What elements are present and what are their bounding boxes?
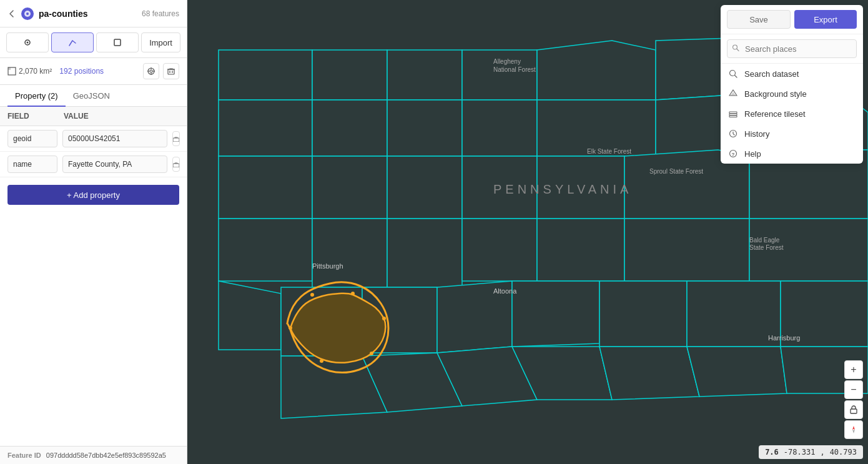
allegheny-forest-label2: National Forest (493, 66, 536, 73)
county-mercer[interactable] (462, 50, 537, 100)
point-tool-button[interactable] (6, 32, 49, 52)
allegheny-forest-label: Allegheny (493, 58, 521, 65)
svg-line-23 (735, 76, 737, 78)
delete-icon-button[interactable] (163, 63, 179, 79)
map-area[interactable]: PENNSYLVANIA Pittsburgh Altoona Harrisbu… (187, 0, 868, 464)
county-westmoreland[interactable] (312, 219, 387, 287)
edit-point-3[interactable] (351, 292, 355, 295)
state-label: PENNSYLVANIA (493, 182, 632, 196)
dataset-title: pa-counties (39, 9, 137, 19)
value-input-geoid[interactable] (62, 130, 167, 147)
search-places-wrapper (727, 39, 857, 58)
coord-separator: , (820, 448, 824, 457)
svg-rect-26 (729, 112, 737, 114)
menu-item-background-style[interactable]: Background style (721, 84, 863, 104)
county-bottom6[interactable] (687, 347, 787, 397)
county-washington[interactable] (219, 219, 312, 281)
svg-rect-4 (114, 39, 121, 46)
county-huntingdon[interactable] (512, 281, 599, 347)
county-bottom5[interactable] (599, 347, 699, 400)
county-columbia[interactable] (687, 281, 781, 347)
value-input-name[interactable] (62, 155, 167, 173)
county-beaver[interactable] (219, 156, 312, 219)
menu-item-reference-tileset[interactable]: Reference tileset (721, 104, 863, 124)
county-blair[interactable] (462, 219, 537, 281)
pittsburgh-label: Pittsburgh (312, 262, 343, 270)
zoom-level: 7.6 (765, 448, 779, 457)
export-button[interactable]: Export (794, 10, 857, 29)
zoom-out-button[interactable]: − (844, 380, 863, 399)
edit-point-6[interactable] (320, 359, 323, 363)
features-count: 68 features (142, 9, 179, 18)
delete-property-geoid[interactable] (172, 131, 180, 146)
zoom-in-button[interactable]: + (844, 360, 863, 379)
svg-text:?: ? (732, 152, 735, 157)
search-dataset-icon (728, 69, 738, 79)
target-icon-button[interactable] (143, 63, 159, 79)
line-tool-button[interactable] (51, 32, 94, 52)
feature-id-row: Feature ID 097ddddd58e7dbb42e5ef893c8959… (0, 446, 187, 464)
edit-point-5[interactable] (370, 352, 373, 355)
back-button[interactable] (7, 9, 16, 18)
reference-tileset-icon (728, 109, 738, 119)
tab-geojson[interactable]: GeoJSON (66, 85, 117, 107)
field-header: Field (7, 112, 64, 121)
property-row-name (0, 152, 187, 177)
county-armstrong[interactable] (387, 100, 462, 156)
elk-forest-label: Elk State Forest (587, 148, 631, 155)
history-icon (728, 129, 738, 139)
harrisburg-label: Harrisburg (768, 334, 800, 342)
county-clarion[interactable] (537, 41, 656, 100)
menu-item-help[interactable]: ? Help (721, 144, 863, 164)
county-mifflin[interactable] (537, 219, 624, 281)
background-style-label: Background style (744, 89, 807, 99)
reference-tileset-label: Reference tileset (744, 109, 806, 119)
menu-item-history[interactable]: History (721, 124, 863, 144)
delete-property-name[interactable] (172, 157, 180, 172)
county-venango[interactable] (387, 50, 462, 100)
history-label: History (744, 129, 769, 139)
add-property-button[interactable]: + Add property (7, 185, 179, 205)
feature-id-label: Feature ID (7, 452, 41, 459)
county-indiana[interactable] (387, 156, 462, 219)
county-erie[interactable] (219, 50, 312, 100)
svg-rect-32 (851, 409, 857, 413)
tabs: Property (2) GeoJSON (0, 85, 187, 107)
left-panel: pa-counties 68 features Import 2,070 km²… (0, 0, 187, 464)
save-button[interactable]: Save (727, 10, 791, 29)
county-jefferson[interactable] (462, 100, 537, 156)
svg-point-7 (150, 70, 152, 72)
field-input-geoid[interactable] (7, 130, 57, 147)
county-greene[interactable] (219, 281, 281, 350)
search-places-input[interactable] (727, 39, 857, 58)
county-crawford[interactable] (312, 50, 387, 100)
compass-button[interactable] (844, 420, 863, 439)
search-places-container (721, 34, 863, 64)
svg-point-3 (27, 42, 29, 44)
bald-eagle-label: Bald Eagle (749, 237, 780, 244)
sproul-forest-label: Sproul State Forest (649, 168, 703, 175)
lock-button[interactable] (844, 400, 863, 419)
header: pa-counties 68 features (0, 0, 187, 27)
map-controls: + − (844, 360, 863, 439)
county-lycoming[interactable] (624, 219, 749, 281)
edit-point-1[interactable] (289, 326, 292, 330)
positions-link[interactable]: 192 positions (59, 67, 104, 76)
county-butler[interactable] (312, 100, 387, 156)
county-allegheny[interactable] (312, 156, 387, 219)
polygon-tool-button[interactable] (96, 32, 139, 52)
edit-point-4[interactable] (382, 317, 386, 320)
field-input-name[interactable] (7, 155, 57, 173)
county-snyder[interactable] (599, 281, 687, 347)
tab-property[interactable]: Property (2) (7, 85, 66, 107)
stats-actions (143, 63, 179, 79)
properties-section: Field Value + Add property (0, 107, 187, 446)
search-places-icon (732, 44, 739, 54)
import-button[interactable]: Import (141, 32, 180, 52)
edit-point-2[interactable] (310, 293, 314, 297)
county-lawrence[interactable] (219, 100, 312, 156)
menu-item-search-dataset[interactable]: Search dataset (721, 64, 863, 84)
county-cambria[interactable] (387, 219, 462, 287)
area-value: 2,070 km² (19, 67, 52, 76)
svg-marker-34 (852, 430, 855, 433)
